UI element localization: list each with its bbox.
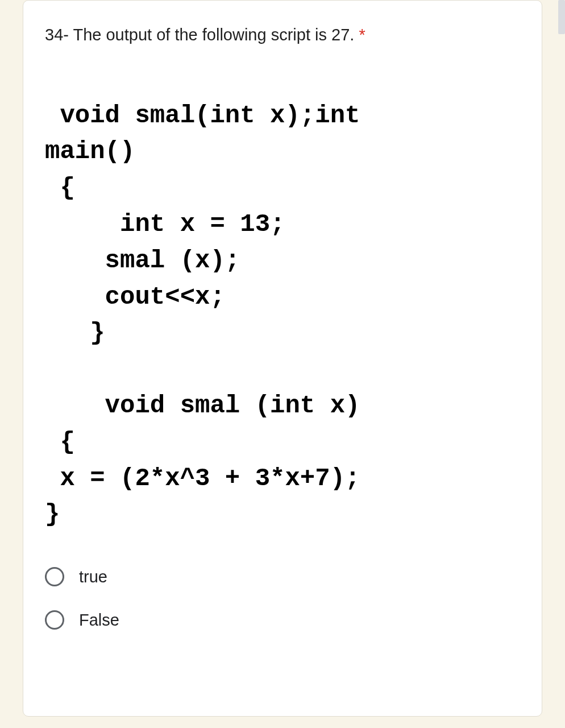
question-card: 34- The output of the following script i… <box>23 0 542 717</box>
code-line: smal (x); <box>45 246 240 275</box>
code-line: void smal (int x) <box>45 391 360 420</box>
scrollbar-thumb[interactable] <box>558 0 565 34</box>
option-true[interactable]: true <box>45 567 520 586</box>
code-line: cout<<x; <box>45 283 225 311</box>
code-line: { <box>45 173 75 202</box>
code-line: void smal(int x);int <box>45 101 360 130</box>
code-line: } <box>45 318 105 347</box>
option-label: False <box>79 611 119 630</box>
radio-icon[interactable] <box>45 567 64 586</box>
code-line: int x = 13; <box>45 210 285 238</box>
option-false[interactable]: False <box>45 610 520 630</box>
code-line: x = (2*x^3 + 3*x+7); <box>45 464 360 493</box>
radio-icon[interactable] <box>45 610 64 630</box>
code-snippet: void smal(int x);int main() { int x = 13… <box>45 98 520 533</box>
option-label: true <box>79 568 107 586</box>
required-indicator: * <box>359 26 365 44</box>
code-line: { <box>45 428 75 456</box>
code-line: main() <box>45 137 135 166</box>
question-title: 34- The output of the following script i… <box>45 23 520 47</box>
question-label: 34- The output of the following script i… <box>45 26 354 44</box>
code-line: } <box>45 500 60 528</box>
